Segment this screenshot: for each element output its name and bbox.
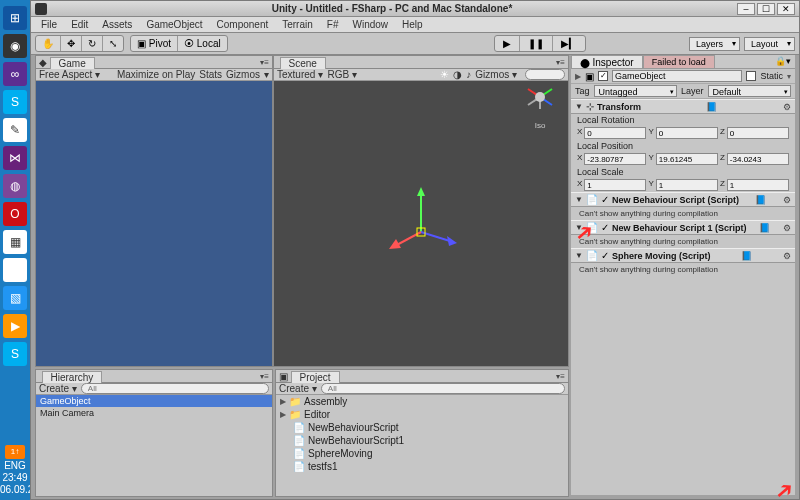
project-item[interactable]: ▶📁Editor <box>276 408 568 421</box>
aspect-dropdown[interactable]: Free Aspect ▾ <box>39 69 100 80</box>
help-icon[interactable]: 📘 <box>755 195 766 205</box>
create-dropdown[interactable]: Create ▾ <box>279 383 317 394</box>
gear-icon[interactable]: ⚙ <box>783 251 791 261</box>
gear-icon[interactable]: ⚙ <box>783 102 791 112</box>
scene-gizmo[interactable]: Iso <box>520 79 560 129</box>
script-enabled-checkbox[interactable]: ✓ <box>601 250 609 261</box>
pos-x[interactable] <box>584 153 646 165</box>
help-icon[interactable]: 📘 <box>759 223 770 233</box>
lock-icon[interactable]: 🔒▾ <box>771 55 795 68</box>
hierarchy-item[interactable]: Main Camera <box>36 407 272 419</box>
menu-help[interactable]: Help <box>396 19 429 30</box>
fold-icon[interactable]: ▶ <box>575 72 581 81</box>
tab-failed[interactable]: Failed to load <box>643 55 715 68</box>
app-icon <box>35 3 47 15</box>
pos-y[interactable] <box>656 153 718 165</box>
window-title: Unity - Untitled - FSharp - PC and Mac S… <box>47 3 737 14</box>
menu-window[interactable]: Window <box>346 19 394 30</box>
menu-terrain[interactable]: Terrain <box>276 19 319 30</box>
local-toggle[interactable]: ⦿ Local <box>178 36 227 51</box>
layers-dropdown[interactable]: Layers <box>689 37 740 51</box>
rot-z[interactable] <box>727 127 789 139</box>
script-enabled-checkbox[interactable]: ✓ <box>601 222 609 233</box>
cube-icon: ▣ <box>585 71 594 82</box>
hierarchy-panel: Hierarchy▾≡ Create ▾ GameObject Main Cam… <box>35 369 273 497</box>
app-icon-vs2[interactable]: ⋈ <box>3 146 27 170</box>
layer-dropdown[interactable]: Default <box>708 85 791 97</box>
fold-icon[interactable]: ▼ <box>575 102 583 111</box>
tray-clock[interactable]: 1↑ ENG 23:49 06.09.2012 <box>0 440 30 500</box>
tool-scale[interactable]: ⤡ <box>103 36 123 51</box>
create-dropdown[interactable]: Create ▾ <box>39 383 77 394</box>
rot-y[interactable] <box>656 127 718 139</box>
play-button[interactable]: ▶ <box>495 36 520 51</box>
app-icon-chrome[interactable]: ◉ <box>3 258 27 282</box>
project-item[interactable]: 📄NewBehaviourScript <box>276 421 568 434</box>
maximize-on-play[interactable]: Maximize on Play <box>117 69 195 80</box>
shading-dropdown[interactable]: Textured ▾ <box>277 69 323 80</box>
help-icon[interactable]: 📘 <box>706 102 717 112</box>
scl-z[interactable] <box>727 179 789 191</box>
scl-y[interactable] <box>656 179 718 191</box>
tool-move[interactable]: ✥ <box>61 36 82 51</box>
start-button[interactable]: ⊞ <box>3 6 27 30</box>
app-icon-vs[interactable]: ∞ <box>3 62 27 86</box>
tab-inspector[interactable]: ⬤ Inspector <box>571 55 643 68</box>
unity-logo-icon: ◆ <box>39 57 47 68</box>
menu-fsharp[interactable]: F# <box>321 19 345 30</box>
app-icon-media[interactable]: ▦ <box>3 230 27 254</box>
gizmos-toggle[interactable]: Gizmos <box>226 69 260 80</box>
tab-game[interactable]: Game <box>50 57 95 69</box>
menu-component[interactable]: Component <box>211 19 275 30</box>
pos-z[interactable] <box>727 153 789 165</box>
tab-hierarchy[interactable]: Hierarchy <box>42 371 103 383</box>
project-item[interactable]: 📄SphereMoving <box>276 447 568 460</box>
panel-menu-icon[interactable]: ▾≡ <box>260 58 272 67</box>
rot-x[interactable] <box>584 127 646 139</box>
project-item[interactable]: 📄testfs1 <box>276 460 568 473</box>
menu-gameobject[interactable]: GameObject <box>140 19 208 30</box>
transform-icon: ⊹ <box>586 101 594 112</box>
gizmos-dd[interactable]: Gizmos ▾ <box>475 69 517 80</box>
app-icon-skype[interactable]: S <box>3 90 27 114</box>
maximize-button[interactable]: ☐ <box>757 3 775 15</box>
hierarchy-search[interactable] <box>81 383 269 394</box>
stats-toggle[interactable]: Stats <box>199 69 222 80</box>
titlebar[interactable]: Unity - Untitled - FSharp - PC and Mac S… <box>31 1 799 17</box>
app-icon-skype2[interactable]: S <box>3 342 27 366</box>
app-icon-play[interactable]: ▶ <box>3 314 27 338</box>
script-enabled-checkbox[interactable]: ✓ <box>601 194 609 205</box>
project-item[interactable]: ▶📁Assembly <box>276 395 568 408</box>
pivot-toggle[interactable]: ▣ Pivot <box>131 36 178 51</box>
menu-file[interactable]: File <box>35 19 63 30</box>
menu-edit[interactable]: Edit <box>65 19 94 30</box>
app-icon-unity[interactable]: ◉ <box>3 34 27 58</box>
scl-x[interactable] <box>584 179 646 191</box>
project-item[interactable]: 📄NewBehaviourScript1 <box>276 434 568 447</box>
project-search[interactable] <box>321 383 565 394</box>
pause-button[interactable]: ❚❚ <box>520 36 553 51</box>
active-checkbox[interactable]: ✓ <box>598 71 608 81</box>
rgb-dropdown[interactable]: RGB ▾ <box>328 69 357 80</box>
panel-menu-icon[interactable]: ▾≡ <box>556 58 568 67</box>
app-icon-pic[interactable]: ▧ <box>3 286 27 310</box>
help-icon[interactable]: 📘 <box>741 251 752 261</box>
app-icon-tor[interactable]: ◍ <box>3 174 27 198</box>
app-icon-notepad[interactable]: ✎ <box>3 118 27 142</box>
tag-dropdown[interactable]: Untagged <box>594 85 677 97</box>
gear-icon[interactable]: ⚙ <box>783 195 791 205</box>
hierarchy-item[interactable]: GameObject <box>36 395 272 407</box>
menu-assets[interactable]: Assets <box>96 19 138 30</box>
tool-hand[interactable]: ✋ <box>36 36 61 51</box>
tab-scene[interactable]: Scene <box>280 57 326 69</box>
app-icon-opera[interactable]: O <box>3 202 27 226</box>
close-button[interactable]: ✕ <box>777 3 795 15</box>
step-button[interactable]: ▶▎ <box>553 36 585 51</box>
tab-project[interactable]: Project <box>291 371 340 383</box>
gameobject-name-field[interactable] <box>612 70 742 82</box>
layout-dropdown[interactable]: Layout <box>744 37 795 51</box>
gear-icon[interactable]: ⚙ <box>783 223 791 233</box>
minimize-button[interactable]: – <box>737 3 755 15</box>
static-checkbox[interactable] <box>746 71 756 81</box>
tool-rotate[interactable]: ↻ <box>82 36 103 51</box>
